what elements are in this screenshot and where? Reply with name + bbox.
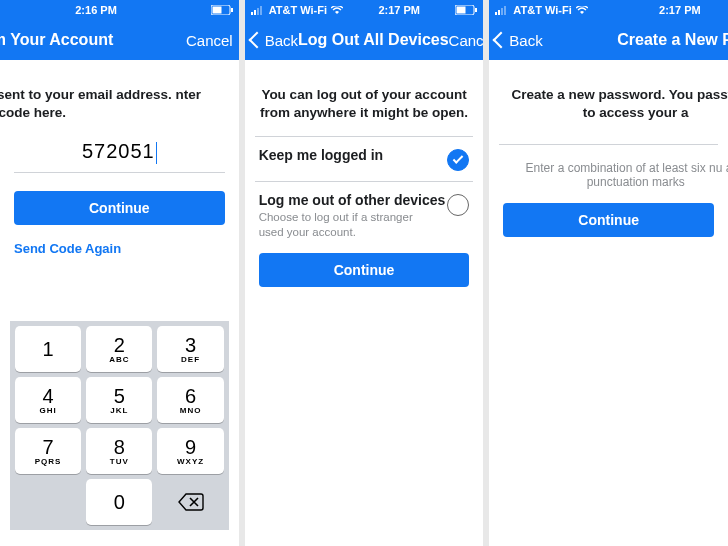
back-button[interactable]: Back — [251, 32, 298, 49]
nav-header: nfirm Your Account Cancel — [0, 20, 239, 60]
prompt-text: een sent to your email address. nter tha… — [0, 86, 225, 122]
key-number: 6 — [185, 386, 196, 406]
key-number: 0 — [114, 492, 125, 512]
screen-create-password: AT&T Wi-Fi 2:17 PM Back Create a New Pas… — [489, 0, 728, 546]
svg-rect-1 — [212, 7, 221, 14]
key-number: 7 — [43, 437, 54, 457]
helper-text: Enter a combination of at least six nu a… — [503, 161, 728, 189]
wifi-icon — [331, 6, 343, 15]
svg-rect-3 — [251, 12, 253, 15]
key-letters: DEF — [181, 355, 200, 364]
carrier-label: AT&T Wi-Fi — [513, 4, 571, 16]
key-letters: PQRS — [35, 457, 62, 466]
chevron-left-icon — [493, 32, 510, 49]
keypad-key-9[interactable]: 9WXYZ — [157, 428, 223, 474]
continue-button[interactable]: Continue — [14, 191, 225, 225]
option-subtitle: Choose to log out if a stranger used you… — [259, 210, 429, 239]
content-area: Create a new password. You password to a… — [489, 60, 728, 546]
page-title: nfirm Your Account — [0, 31, 113, 49]
key-letters: MNO — [180, 406, 202, 415]
option-keep-logged-in[interactable]: Keep me logged in — [255, 136, 474, 181]
nav-header: Back Log Out All Devices Cancel — [245, 20, 484, 60]
keypad-key-1[interactable]: 1 — [15, 326, 81, 372]
statusbar: AT&T Wi-Fi 2:17 PM — [245, 0, 484, 20]
radio-unselected-icon — [447, 194, 469, 216]
svg-rect-9 — [475, 8, 477, 12]
keypad-key-8[interactable]: 8TUV — [86, 428, 152, 474]
cancel-button[interactable]: Cancel — [449, 32, 484, 49]
svg-rect-11 — [498, 10, 500, 15]
code-value: 572051 — [82, 140, 155, 162]
option-title: Log me out of other devices — [259, 192, 446, 208]
prompt-text: Create a new password. You password to a… — [503, 86, 728, 122]
svg-rect-8 — [457, 7, 466, 14]
battery-icon — [455, 5, 477, 15]
keypad-key-0[interactable]: 0 — [86, 479, 152, 525]
key-letters: TUV — [110, 457, 129, 466]
signal-icon — [495, 5, 509, 15]
continue-button[interactable]: Continue — [503, 203, 714, 237]
svg-rect-13 — [504, 6, 506, 15]
backspace-icon — [177, 492, 205, 512]
keypad-key-2[interactable]: 2ABC — [86, 326, 152, 372]
back-label: Back — [509, 32, 542, 49]
key-number: 5 — [114, 386, 125, 406]
nav-header: Back Create a New Passw — [489, 20, 728, 60]
content-area: You can log out of your account from any… — [245, 60, 484, 546]
keypad-key-4[interactable]: 4GHI — [15, 377, 81, 423]
wifi-icon — [576, 6, 588, 15]
svg-rect-4 — [254, 10, 256, 15]
status-time: 2:16 PM — [75, 4, 117, 16]
signal-icon — [251, 5, 265, 15]
radio-selected-icon — [447, 149, 469, 171]
status-time: 2:17 PM — [378, 4, 420, 16]
svg-rect-5 — [257, 8, 259, 15]
keypad-key-6[interactable]: 6MNO — [157, 377, 223, 423]
chevron-left-icon — [248, 32, 265, 49]
option-logout-other[interactable]: Log me out of other devices Choose to lo… — [255, 181, 474, 249]
prompt-text: You can log out of your account from any… — [259, 86, 470, 122]
divider — [499, 144, 718, 145]
key-letters: WXYZ — [177, 457, 204, 466]
status-time: 2:17 PM — [659, 4, 701, 16]
content-area: een sent to your email address. nter tha… — [0, 60, 239, 546]
option-title: Keep me logged in — [259, 147, 383, 163]
svg-rect-6 — [260, 6, 262, 15]
svg-rect-10 — [495, 12, 497, 15]
back-label: Back — [265, 32, 298, 49]
keypad-key-3[interactable]: 3DEF — [157, 326, 223, 372]
code-input[interactable]: 572051 — [14, 136, 225, 173]
svg-rect-12 — [501, 8, 503, 15]
key-letters: JKL — [110, 406, 128, 415]
screen-confirm-account: •••• 2:16 PM nfirm Your Account Cancel e… — [0, 0, 239, 546]
statusbar: •••• 2:16 PM — [0, 0, 239, 20]
key-number: 4 — [43, 386, 54, 406]
continue-button[interactable]: Continue — [259, 253, 470, 287]
numeric-keypad: 12ABC3DEF4GHI5JKL6MNO7PQRS8TUV9WXYZ0 — [10, 321, 229, 530]
cancel-button[interactable]: Cancel — [186, 32, 233, 49]
carrier-label: AT&T Wi-Fi — [269, 4, 327, 16]
page-title: Create a New Passw — [617, 31, 728, 49]
key-number: 2 — [114, 335, 125, 355]
svg-rect-2 — [231, 8, 233, 12]
key-letters: GHI — [39, 406, 56, 415]
key-number: 9 — [185, 437, 196, 457]
keypad-backspace[interactable] — [157, 479, 223, 525]
key-number: 8 — [114, 437, 125, 457]
key-number: 3 — [185, 335, 196, 355]
statusbar: AT&T Wi-Fi 2:17 PM — [489, 0, 728, 20]
keypad-key-7[interactable]: 7PQRS — [15, 428, 81, 474]
back-button[interactable]: Back — [495, 32, 542, 49]
page-title: Log Out All Devices — [298, 31, 449, 49]
keypad-blank — [15, 479, 81, 525]
send-code-again-link[interactable]: Send Code Again — [14, 241, 225, 256]
battery-icon — [211, 5, 233, 15]
key-letters: ABC — [109, 355, 129, 364]
screen-logout-all-devices: AT&T Wi-Fi 2:17 PM Back Log Out All Devi… — [245, 0, 484, 546]
key-number: 1 — [43, 339, 54, 359]
keypad-key-5[interactable]: 5JKL — [86, 377, 152, 423]
